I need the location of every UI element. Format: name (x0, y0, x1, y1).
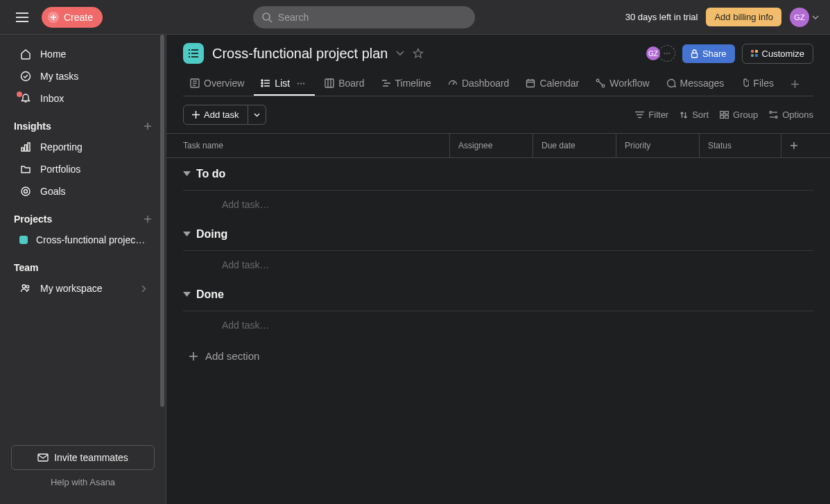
col-assignee[interactable]: Assignee (450, 134, 533, 157)
share-label: Share (702, 49, 727, 59)
nav-reporting-label: Reporting (40, 141, 83, 153)
tab-workflow[interactable]: Workflow (589, 72, 656, 96)
group-icon (720, 111, 729, 119)
user-menu[interactable]: GZ (790, 8, 819, 27)
svg-point-72 (770, 112, 772, 114)
plus-icon (192, 111, 200, 119)
nav-portfolios[interactable]: Portfolios (6, 158, 160, 180)
tab-overview[interactable]: Overview (183, 72, 251, 96)
svg-line-7 (269, 19, 272, 22)
tab-dashboard[interactable]: Dashboard (441, 72, 517, 96)
tabs-row: Overview List Board Timeline Dash (183, 72, 813, 96)
mail-icon (37, 453, 49, 462)
invite-teammates-button[interactable]: Invite teammates (11, 445, 155, 470)
add-tab-button[interactable] (786, 76, 804, 93)
share-button[interactable]: Share (682, 44, 735, 63)
projects-add-button[interactable] (144, 215, 152, 223)
add-task-todo[interactable]: Add task… (183, 190, 813, 218)
nav-my-tasks[interactable]: My tasks (6, 65, 160, 87)
add-section-button[interactable]: Add section (183, 339, 813, 362)
nav-workspace[interactable]: My workspace (6, 277, 160, 299)
col-priority[interactable]: Priority (616, 134, 700, 157)
overview-icon (190, 78, 200, 88)
plus-icon (144, 122, 152, 130)
collapse-todo-button[interactable] (183, 171, 191, 177)
create-button[interactable]: Create (42, 7, 103, 28)
help-link[interactable]: Help with Asana (11, 477, 155, 487)
tab-list-more[interactable] (294, 80, 308, 87)
col-status[interactable]: Status (700, 134, 781, 157)
nav-reporting[interactable]: Reporting (6, 136, 160, 158)
section-todo-name[interactable]: To do (196, 168, 225, 180)
svg-point-41 (261, 85, 263, 87)
svg-rect-12 (21, 148, 24, 151)
nav-goals[interactable]: Goals (6, 180, 160, 202)
tab-files[interactable]: Files (734, 72, 781, 96)
customize-label: Customize (762, 49, 804, 59)
filter-button[interactable]: Filter (635, 110, 668, 120)
svg-rect-21 (38, 454, 48, 461)
tab-messages[interactable]: Messages (659, 72, 732, 96)
nav-inbox[interactable]: Inbox (6, 87, 160, 110)
tab-list[interactable]: List (254, 72, 315, 96)
add-task-doing[interactable]: Add task… (183, 250, 813, 279)
filter-icon (635, 111, 644, 119)
customize-button[interactable]: Customize (742, 44, 813, 64)
nav-home[interactable]: Home (6, 43, 160, 65)
sidebar-scrollbar[interactable] (160, 35, 164, 504)
svg-marker-79 (183, 232, 191, 236)
people-icon (20, 283, 31, 294)
options-button[interactable]: Options (769, 110, 813, 120)
sidebar-project-item[interactable]: Cross-functional project … (6, 229, 160, 251)
target-icon (20, 186, 31, 197)
customize-icon (751, 50, 758, 57)
member-avatars[interactable]: GZ (648, 45, 675, 62)
plus-circle-icon (47, 11, 60, 24)
nav-inbox-label: Inbox (40, 93, 64, 104)
svg-point-57 (596, 79, 599, 82)
svg-point-15 (21, 187, 30, 195)
svg-point-43 (297, 82, 299, 84)
star-button[interactable] (413, 48, 424, 59)
notification-dot (17, 92, 22, 97)
group-button[interactable]: Group (720, 110, 758, 120)
messages-icon (666, 78, 676, 88)
insights-add-button[interactable] (144, 122, 152, 130)
project-dropdown-button[interactable] (396, 51, 404, 56)
add-column-button[interactable] (781, 134, 806, 157)
create-label: Create (64, 12, 93, 23)
search-wrap (253, 6, 475, 28)
workflow-icon (596, 78, 605, 88)
add-task-dropdown[interactable] (248, 105, 266, 125)
tab-timeline[interactable]: Timeline (374, 72, 438, 96)
add-task-button[interactable]: Add task (183, 105, 248, 125)
svg-point-30 (666, 53, 668, 54)
nav-my-tasks-label: My tasks (40, 71, 78, 82)
project-icon[interactable] (183, 43, 204, 64)
svg-rect-71 (725, 116, 729, 119)
collapse-doing-button[interactable] (183, 232, 191, 237)
sort-button[interactable]: Sort (680, 110, 709, 120)
search-input[interactable] (253, 6, 475, 28)
insights-header: Insights (0, 110, 166, 136)
tab-board[interactable]: Board (318, 72, 371, 96)
section-done-name[interactable]: Done (196, 288, 224, 301)
nav-portfolios-label: Portfolios (40, 164, 80, 175)
hamburger-menu-button[interactable] (11, 6, 33, 28)
nav-workspace-label: My workspace (40, 283, 102, 294)
triangle-down-icon (183, 232, 191, 237)
svg-rect-13 (25, 145, 27, 151)
col-due-date[interactable]: Due date (533, 134, 616, 157)
add-billing-button[interactable]: Add billing info (706, 8, 781, 26)
section-doing-name[interactable]: Doing (196, 228, 227, 241)
hamburger-icon (16, 12, 28, 22)
chevron-down-icon (254, 113, 260, 117)
tab-calendar[interactable]: Calendar (519, 72, 586, 96)
col-task-name[interactable]: Task name (166, 134, 450, 157)
triangle-down-icon (183, 171, 191, 177)
svg-marker-28 (414, 49, 423, 58)
project-title[interactable]: Cross-functional project plan (212, 46, 388, 62)
section-done: Done (183, 279, 813, 311)
add-task-done[interactable]: Add task… (183, 311, 813, 339)
collapse-done-button[interactable] (183, 292, 191, 297)
